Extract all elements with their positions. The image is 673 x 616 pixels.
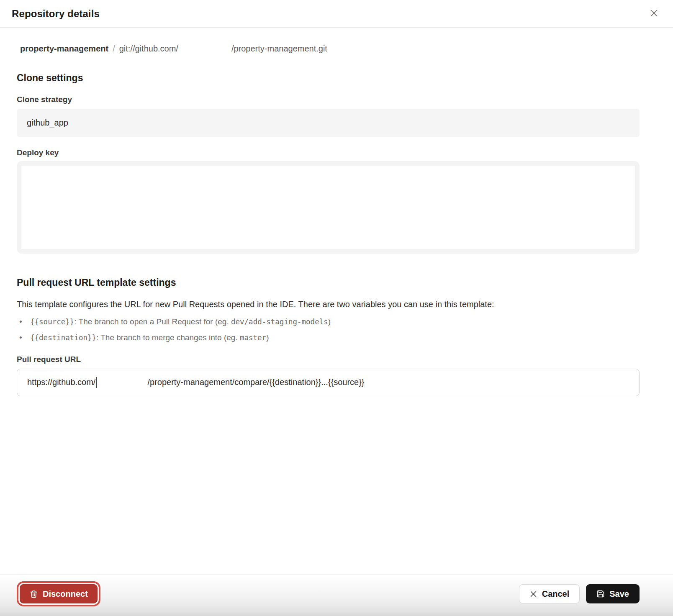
source-variable-close: ) (328, 317, 331, 326)
list-item: {{destination}}: The branch to merge cha… (17, 331, 640, 344)
pull-request-url-prefix: https://github.com/ (27, 377, 95, 387)
pr-template-description: This template configures the URL for new… (17, 300, 640, 309)
modal-title: Repository details (12, 8, 100, 20)
pr-template-heading: Pull request URL template settings (17, 277, 640, 288)
breadcrumb: property-management / git://github.com/ … (17, 44, 640, 54)
save-label: Save (609, 589, 629, 599)
modal-footer: Disconnect Cancel Sa (0, 575, 673, 616)
clone-strategy-label: Clone strategy (17, 95, 640, 104)
footer-actions: Cancel Save (519, 584, 640, 603)
cancel-label: Cancel (542, 589, 570, 599)
breadcrumb-url-suffix: /property-management.git (231, 44, 327, 54)
save-button[interactable]: Save (586, 584, 640, 603)
deploy-key-textarea[interactable] (17, 161, 640, 254)
disconnect-label: Disconnect (43, 589, 88, 599)
pr-template-variable-list: {{source}}: The branch to open a Pull Re… (17, 316, 640, 344)
trash-icon (29, 590, 38, 598)
pull-request-url-label: Pull request URL (17, 355, 640, 364)
source-variable-example: dev/add-staging-models (231, 318, 328, 326)
clone-strategy-value: github_app (27, 118, 68, 128)
deploy-key-label: Deploy key (17, 148, 640, 157)
destination-variable-code: {{destination}} (30, 334, 96, 342)
pull-request-url-input[interactable]: https://github.com/ /property-management… (17, 369, 640, 396)
modal-header: Repository details (0, 0, 673, 28)
destination-variable-example: master (240, 334, 266, 342)
modal-body: property-management / git://github.com/ … (0, 44, 673, 396)
repository-details-modal: Repository details property-management /… (0, 0, 673, 396)
destination-variable-close: ) (266, 333, 269, 342)
close-icon (649, 8, 659, 19)
disconnect-button[interactable]: Disconnect (20, 584, 98, 603)
cancel-button[interactable]: Cancel (519, 584, 580, 603)
breadcrumb-url-prefix: git://github.com/ (119, 44, 178, 54)
source-variable-text: : The branch to open a Pull Request for … (74, 317, 231, 326)
cancel-x-icon (529, 590, 537, 598)
text-cursor (96, 377, 97, 388)
list-item: {{source}}: The branch to open a Pull Re… (17, 316, 640, 328)
pull-request-url-suffix: /property-management/compare/{{destinati… (147, 377, 364, 387)
clone-settings-heading: Clone settings (17, 72, 640, 84)
source-variable-code: {{source}} (30, 318, 74, 326)
destination-variable-text: : The branch to merge changes into (eg. (96, 333, 240, 342)
close-button[interactable] (647, 8, 660, 20)
breadcrumb-separator: / (113, 44, 115, 54)
save-floppy-icon (596, 590, 605, 598)
clone-strategy-input: github_app (17, 109, 640, 137)
breadcrumb-repo-name: property-management (20, 44, 108, 54)
